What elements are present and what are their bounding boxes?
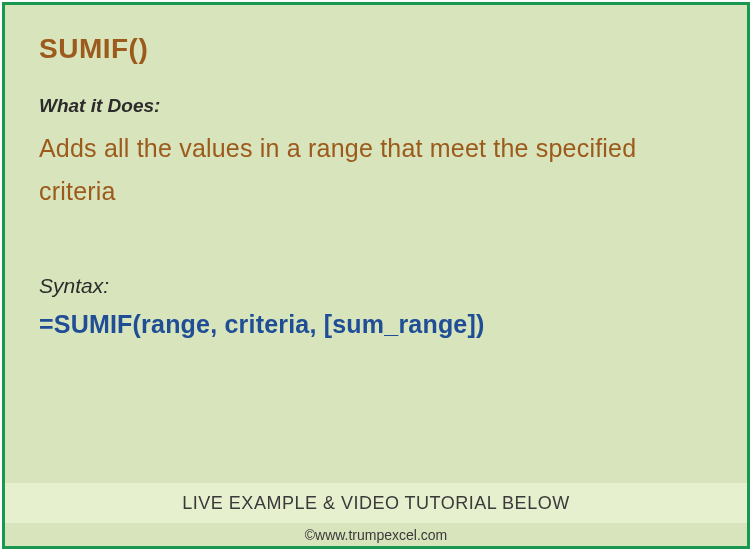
syntax-label: Syntax:: [39, 274, 713, 298]
what-it-does-label: What it Does:: [39, 95, 713, 117]
function-title: SUMIF(): [39, 33, 713, 65]
card-content: SUMIF() What it Does: Adds all the value…: [5, 5, 747, 483]
copyright-text: ©www.trumpexcel.com: [5, 523, 747, 546]
footer-banner: LIVE EXAMPLE & VIDEO TUTORIAL BELOW: [5, 483, 747, 523]
syntax-formula: =SUMIF(range, criteria, [sum_range]): [39, 310, 713, 339]
function-card: SUMIF() What it Does: Adds all the value…: [2, 2, 750, 549]
function-description: Adds all the values in a range that meet…: [39, 127, 713, 212]
